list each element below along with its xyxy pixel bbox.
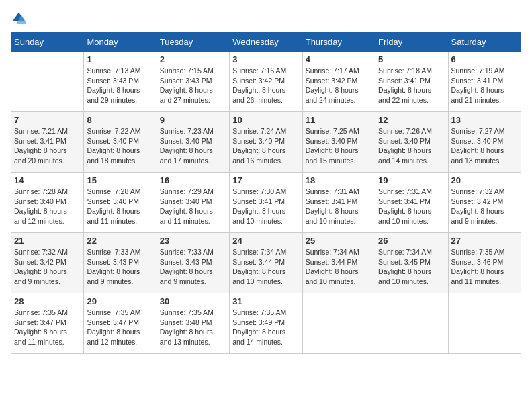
calendar-cell: 3Sunrise: 7:16 AMSunset: 3:42 PMDaylight…: [230, 52, 302, 112]
day-info: Sunrise: 7:24 AMSunset: 3:40 PMDaylight:…: [232, 126, 299, 166]
calendar-cell: 19Sunrise: 7:31 AMSunset: 3:41 PMDayligh…: [375, 173, 448, 233]
calendar-cell: 29Sunrise: 7:35 AMSunset: 3:47 PMDayligh…: [84, 293, 157, 354]
day-info: Sunrise: 7:34 AMSunset: 3:45 PMDaylight:…: [378, 247, 445, 287]
calendar-cell: 28Sunrise: 7:35 AMSunset: 3:47 PMDayligh…: [11, 293, 84, 354]
day-info: Sunrise: 7:21 AMSunset: 3:41 PMDaylight:…: [14, 126, 81, 166]
calendar-cell: 15Sunrise: 7:28 AMSunset: 3:40 PMDayligh…: [84, 173, 157, 233]
calendar-cell: 22Sunrise: 7:33 AMSunset: 3:43 PMDayligh…: [84, 233, 157, 293]
calendar-cell: 4Sunrise: 7:17 AMSunset: 3:42 PMDaylight…: [302, 52, 375, 112]
calendar-cell: 14Sunrise: 7:28 AMSunset: 3:40 PMDayligh…: [11, 173, 84, 233]
day-number: 20: [451, 175, 518, 185]
calendar-cell: 20Sunrise: 7:32 AMSunset: 3:42 PMDayligh…: [448, 173, 521, 233]
day-info: Sunrise: 7:35 AMSunset: 3:48 PMDaylight:…: [160, 308, 226, 347]
day-number: 19: [378, 175, 445, 185]
calendar-cell: 6Sunrise: 7:19 AMSunset: 3:41 PMDaylight…: [448, 52, 521, 112]
day-number: 28: [14, 296, 81, 306]
calendar-cell: 21Sunrise: 7:32 AMSunset: 3:42 PMDayligh…: [11, 233, 84, 293]
day-info: Sunrise: 7:34 AMSunset: 3:44 PMDaylight:…: [306, 247, 372, 287]
day-number: 31: [232, 296, 299, 306]
day-info: Sunrise: 7:26 AMSunset: 3:40 PMDaylight:…: [378, 126, 445, 166]
day-number: 17: [232, 175, 299, 185]
day-info: Sunrise: 7:34 AMSunset: 3:44 PMDaylight:…: [232, 247, 299, 287]
day-number: 1: [87, 54, 153, 64]
calendar-cell: 11Sunrise: 7:25 AMSunset: 3:40 PMDayligh…: [302, 112, 375, 173]
day-number: 26: [378, 236, 445, 246]
day-number: 15: [87, 175, 153, 185]
calendar-week-row: 21Sunrise: 7:32 AMSunset: 3:42 PMDayligh…: [11, 233, 521, 293]
day-number: 11: [306, 115, 372, 125]
calendar-week-row: 28Sunrise: 7:35 AMSunset: 3:47 PMDayligh…: [11, 293, 521, 354]
calendar-cell: 16Sunrise: 7:29 AMSunset: 3:40 PMDayligh…: [157, 173, 229, 233]
day-number: 7: [14, 115, 81, 125]
calendar-cell: 26Sunrise: 7:34 AMSunset: 3:45 PMDayligh…: [375, 233, 448, 293]
calendar-week-row: 1Sunrise: 7:13 AMSunset: 3:43 PMDaylight…: [11, 52, 521, 112]
day-info: Sunrise: 7:23 AMSunset: 3:40 PMDaylight:…: [160, 126, 226, 166]
day-info: Sunrise: 7:31 AMSunset: 3:41 PMDaylight:…: [306, 187, 372, 226]
day-number: 14: [14, 175, 81, 185]
day-of-week-header: Sunday: [11, 33, 84, 52]
calendar-cell: 2Sunrise: 7:15 AMSunset: 3:43 PMDaylight…: [157, 52, 229, 112]
calendar-cell: 7Sunrise: 7:21 AMSunset: 3:41 PMDaylight…: [11, 112, 84, 173]
day-info: Sunrise: 7:30 AMSunset: 3:41 PMDaylight:…: [232, 187, 299, 226]
day-number: 16: [160, 175, 226, 185]
day-info: Sunrise: 7:35 AMSunset: 3:47 PMDaylight:…: [14, 308, 81, 347]
day-info: Sunrise: 7:17 AMSunset: 3:42 PMDaylight:…: [306, 66, 372, 105]
calendar-cell: 10Sunrise: 7:24 AMSunset: 3:40 PMDayligh…: [230, 112, 302, 173]
calendar-cell: 12Sunrise: 7:26 AMSunset: 3:40 PMDayligh…: [375, 112, 448, 173]
calendar-cell: 9Sunrise: 7:23 AMSunset: 3:40 PMDaylight…: [157, 112, 229, 173]
day-info: Sunrise: 7:15 AMSunset: 3:43 PMDaylight:…: [160, 66, 226, 105]
day-number: 27: [451, 236, 518, 246]
day-number: 2: [160, 54, 226, 64]
day-of-week-header: Wednesday: [230, 33, 302, 52]
calendar-cell: [448, 293, 521, 354]
calendar-cell: [302, 293, 375, 354]
day-number: 25: [306, 236, 372, 246]
calendar-week-row: 7Sunrise: 7:21 AMSunset: 3:41 PMDaylight…: [11, 112, 521, 173]
day-number: 29: [87, 296, 153, 306]
day-info: Sunrise: 7:28 AMSunset: 3:40 PMDaylight:…: [87, 187, 153, 226]
calendar-cell: 25Sunrise: 7:34 AMSunset: 3:44 PMDayligh…: [302, 233, 375, 293]
calendar-cell: [375, 293, 448, 354]
day-number: 9: [160, 115, 226, 125]
calendar-cell: 31Sunrise: 7:35 AMSunset: 3:49 PMDayligh…: [230, 293, 302, 354]
day-info: Sunrise: 7:25 AMSunset: 3:40 PMDaylight:…: [306, 126, 372, 166]
day-info: Sunrise: 7:29 AMSunset: 3:40 PMDaylight:…: [160, 187, 226, 226]
day-number: 6: [451, 54, 518, 64]
day-info: Sunrise: 7:35 AMSunset: 3:47 PMDaylight:…: [87, 308, 153, 347]
calendar-cell: [11, 52, 84, 112]
day-of-week-header: Thursday: [302, 33, 375, 52]
logo: [11, 11, 30, 27]
day-info: Sunrise: 7:35 AMSunset: 3:46 PMDaylight:…: [451, 247, 518, 287]
day-number: 3: [232, 54, 299, 64]
day-info: Sunrise: 7:13 AMSunset: 3:43 PMDaylight:…: [87, 66, 153, 105]
day-info: Sunrise: 7:19 AMSunset: 3:41 PMDaylight:…: [451, 66, 518, 105]
day-info: Sunrise: 7:33 AMSunset: 3:43 PMDaylight:…: [87, 247, 153, 287]
day-number: 30: [160, 296, 226, 306]
day-number: 22: [87, 236, 153, 246]
day-info: Sunrise: 7:31 AMSunset: 3:41 PMDaylight:…: [378, 187, 445, 226]
day-number: 24: [232, 236, 299, 246]
day-info: Sunrise: 7:32 AMSunset: 3:42 PMDaylight:…: [451, 187, 518, 226]
calendar-cell: 5Sunrise: 7:18 AMSunset: 3:41 PMDaylight…: [375, 52, 448, 112]
calendar-week-row: 14Sunrise: 7:28 AMSunset: 3:40 PMDayligh…: [11, 173, 521, 233]
day-number: 4: [306, 54, 372, 64]
day-info: Sunrise: 7:16 AMSunset: 3:42 PMDaylight:…: [232, 66, 299, 105]
day-of-week-header: Tuesday: [157, 33, 229, 52]
day-of-week-header: Friday: [375, 33, 448, 52]
day-info: Sunrise: 7:32 AMSunset: 3:42 PMDaylight:…: [14, 247, 81, 287]
calendar-body: 1Sunrise: 7:13 AMSunset: 3:43 PMDaylight…: [11, 52, 521, 354]
day-info: Sunrise: 7:28 AMSunset: 3:40 PMDaylight:…: [14, 187, 81, 226]
day-number: 8: [87, 115, 153, 125]
day-number: 5: [378, 54, 445, 64]
page-header: [11, 11, 521, 27]
day-info: Sunrise: 7:27 AMSunset: 3:40 PMDaylight:…: [451, 126, 518, 166]
day-info: Sunrise: 7:18 AMSunset: 3:41 PMDaylight:…: [378, 66, 445, 105]
calendar-cell: 24Sunrise: 7:34 AMSunset: 3:44 PMDayligh…: [230, 233, 302, 293]
day-number: 21: [14, 236, 81, 246]
day-number: 10: [232, 115, 299, 125]
logo-icon: [11, 11, 27, 27]
calendar-cell: 13Sunrise: 7:27 AMSunset: 3:40 PMDayligh…: [448, 112, 521, 173]
calendar-table: SundayMondayTuesdayWednesdayThursdayFrid…: [11, 32, 521, 354]
calendar-cell: 27Sunrise: 7:35 AMSunset: 3:46 PMDayligh…: [448, 233, 521, 293]
day-of-week-header: Monday: [84, 33, 157, 52]
